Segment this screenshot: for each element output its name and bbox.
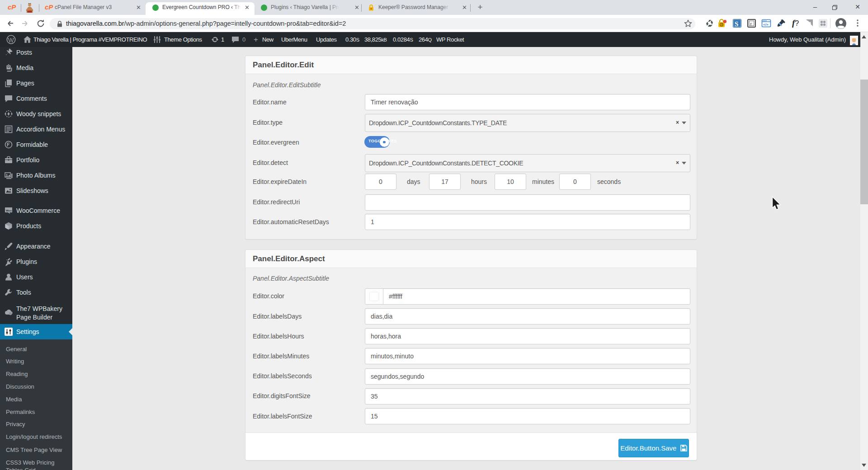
- svg-text:cP: cP: [8, 4, 16, 11]
- svg-text:cP: cP: [45, 4, 53, 11]
- svg-text:S: S: [735, 20, 738, 28]
- svg-text:@: @: [720, 23, 723, 26]
- svg-text:</>: </>: [763, 23, 769, 27]
- svg-text:Woo: Woo: [6, 209, 12, 212]
